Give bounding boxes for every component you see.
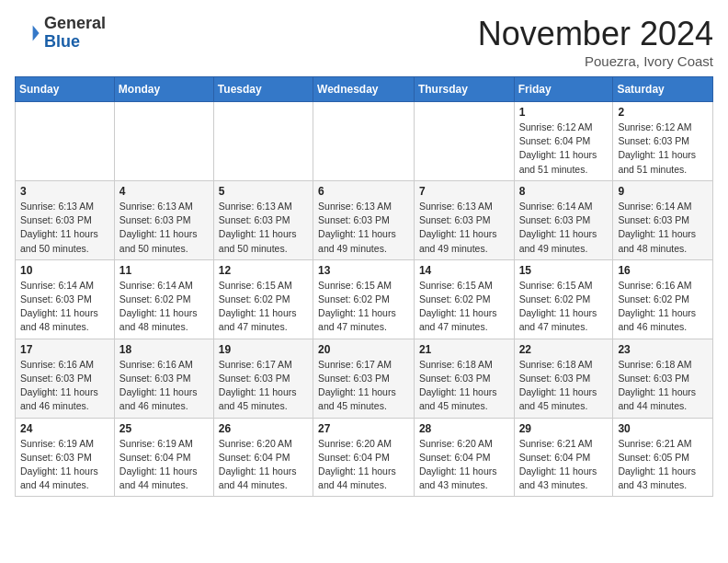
calendar-cell: 14Sunrise: 6:15 AMSunset: 6:02 PMDayligh… <box>414 259 514 339</box>
day-info: Sunrise: 6:16 AMSunset: 6:03 PMDaylight:… <box>119 358 209 414</box>
calendar-cell: 21Sunrise: 6:18 AMSunset: 6:03 PMDayligh… <box>414 339 514 418</box>
day-number: 9 <box>618 185 708 198</box>
day-info: Sunrise: 6:14 AMSunset: 6:03 PMDaylight:… <box>618 200 708 256</box>
calendar-cell: 16Sunrise: 6:16 AMSunset: 6:02 PMDayligh… <box>613 259 713 339</box>
calendar-week-row: 1Sunrise: 6:12 AMSunset: 6:04 PMDaylight… <box>16 102 713 181</box>
header-wednesday: Wednesday <box>313 77 415 102</box>
day-number: 14 <box>419 264 509 277</box>
calendar-cell <box>313 102 415 181</box>
calendar-cell: 1Sunrise: 6:12 AMSunset: 6:04 PMDaylight… <box>514 102 613 181</box>
day-info: Sunrise: 6:14 AMSunset: 6:03 PMDaylight:… <box>20 279 109 335</box>
day-number: 23 <box>618 343 708 356</box>
calendar-cell: 27Sunrise: 6:20 AMSunset: 6:04 PMDayligh… <box>313 418 415 497</box>
day-info: Sunrise: 6:14 AMSunset: 6:03 PMDaylight:… <box>519 200 609 256</box>
day-info: Sunrise: 6:20 AMSunset: 6:04 PMDaylight:… <box>318 437 409 493</box>
calendar-cell: 23Sunrise: 6:18 AMSunset: 6:03 PMDayligh… <box>613 339 713 418</box>
day-info: Sunrise: 6:15 AMSunset: 6:02 PMDaylight:… <box>419 279 509 335</box>
day-number: 29 <box>519 422 609 435</box>
calendar-cell <box>213 102 313 181</box>
calendar-week-row: 3Sunrise: 6:13 AMSunset: 6:03 PMDaylight… <box>16 180 713 259</box>
month-title: November 2024 <box>478 15 713 53</box>
calendar-week-row: 17Sunrise: 6:16 AMSunset: 6:03 PMDayligh… <box>16 339 713 418</box>
header-sunday: Sunday <box>16 77 115 102</box>
day-info: Sunrise: 6:20 AMSunset: 6:04 PMDaylight:… <box>219 437 308 493</box>
calendar-cell: 19Sunrise: 6:17 AMSunset: 6:03 PMDayligh… <box>213 339 313 418</box>
logo-icon <box>15 20 40 46</box>
svg-marker-0 <box>33 25 40 40</box>
day-number: 8 <box>519 185 609 198</box>
day-info: Sunrise: 6:17 AMSunset: 6:03 PMDaylight:… <box>318 358 409 414</box>
day-number: 4 <box>119 185 209 198</box>
day-info: Sunrise: 6:18 AMSunset: 6:03 PMDaylight:… <box>618 358 708 414</box>
day-info: Sunrise: 6:19 AMSunset: 6:04 PMDaylight:… <box>119 437 209 493</box>
calendar-cell: 30Sunrise: 6:21 AMSunset: 6:05 PMDayligh… <box>613 418 713 497</box>
logo: General Blue <box>15 15 106 52</box>
page-header: General Blue November 2024 Pouezra, Ivor… <box>15 15 713 69</box>
calendar-cell: 7Sunrise: 6:13 AMSunset: 6:03 PMDaylight… <box>414 180 514 259</box>
header-saturday: Saturday <box>613 77 713 102</box>
title-block: November 2024 Pouezra, Ivory Coast <box>478 15 713 69</box>
day-number: 19 <box>219 343 308 356</box>
calendar-cell: 6Sunrise: 6:13 AMSunset: 6:03 PMDaylight… <box>313 180 415 259</box>
calendar-cell: 13Sunrise: 6:15 AMSunset: 6:02 PMDayligh… <box>313 259 415 339</box>
logo-text: General Blue <box>44 15 106 52</box>
day-number: 3 <box>20 185 109 198</box>
day-number: 22 <box>519 343 609 356</box>
day-number: 18 <box>119 343 209 356</box>
day-number: 11 <box>119 264 209 277</box>
calendar-cell: 20Sunrise: 6:17 AMSunset: 6:03 PMDayligh… <box>313 339 415 418</box>
calendar-cell: 22Sunrise: 6:18 AMSunset: 6:03 PMDayligh… <box>514 339 613 418</box>
day-number: 15 <box>519 264 609 277</box>
calendar-cell: 3Sunrise: 6:13 AMSunset: 6:03 PMDaylight… <box>16 180 115 259</box>
day-info: Sunrise: 6:12 AMSunset: 6:04 PMDaylight:… <box>519 121 609 177</box>
day-number: 2 <box>618 106 708 119</box>
day-number: 24 <box>20 422 109 435</box>
header-tuesday: Tuesday <box>213 77 313 102</box>
day-number: 25 <box>119 422 209 435</box>
calendar-cell: 9Sunrise: 6:14 AMSunset: 6:03 PMDaylight… <box>613 180 713 259</box>
day-info: Sunrise: 6:12 AMSunset: 6:03 PMDaylight:… <box>618 121 708 177</box>
calendar-cell: 26Sunrise: 6:20 AMSunset: 6:04 PMDayligh… <box>213 418 313 497</box>
day-info: Sunrise: 6:15 AMSunset: 6:02 PMDaylight:… <box>318 279 409 335</box>
day-number: 26 <box>219 422 308 435</box>
day-info: Sunrise: 6:21 AMSunset: 6:04 PMDaylight:… <box>519 437 609 493</box>
day-info: Sunrise: 6:13 AMSunset: 6:03 PMDaylight:… <box>318 200 409 256</box>
header-thursday: Thursday <box>414 77 514 102</box>
day-info: Sunrise: 6:15 AMSunset: 6:02 PMDaylight:… <box>519 279 609 335</box>
day-number: 6 <box>318 185 409 198</box>
calendar-cell: 24Sunrise: 6:19 AMSunset: 6:03 PMDayligh… <box>16 418 115 497</box>
day-number: 30 <box>618 422 708 435</box>
day-number: 5 <box>219 185 308 198</box>
svg-marker-1 <box>35 24 40 29</box>
day-info: Sunrise: 6:15 AMSunset: 6:02 PMDaylight:… <box>219 279 308 335</box>
calendar-cell <box>16 102 115 181</box>
day-number: 27 <box>318 422 409 435</box>
day-info: Sunrise: 6:13 AMSunset: 6:03 PMDaylight:… <box>219 200 308 256</box>
day-info: Sunrise: 6:13 AMSunset: 6:03 PMDaylight:… <box>20 200 109 256</box>
day-number: 17 <box>20 343 109 356</box>
day-number: 16 <box>618 264 708 277</box>
day-number: 28 <box>419 422 509 435</box>
day-info: Sunrise: 6:18 AMSunset: 6:03 PMDaylight:… <box>419 358 509 414</box>
day-number: 10 <box>20 264 109 277</box>
location: Pouezra, Ivory Coast <box>478 53 713 69</box>
day-number: 7 <box>419 185 509 198</box>
day-number: 12 <box>219 264 308 277</box>
calendar-header-row: SundayMondayTuesdayWednesdayThursdayFrid… <box>16 77 713 102</box>
day-number: 21 <box>419 343 509 356</box>
day-info: Sunrise: 6:18 AMSunset: 6:03 PMDaylight:… <box>519 358 609 414</box>
calendar-cell: 29Sunrise: 6:21 AMSunset: 6:04 PMDayligh… <box>514 418 613 497</box>
day-info: Sunrise: 6:21 AMSunset: 6:05 PMDaylight:… <box>618 437 708 493</box>
header-friday: Friday <box>514 77 613 102</box>
calendar-cell: 18Sunrise: 6:16 AMSunset: 6:03 PMDayligh… <box>114 339 213 418</box>
day-info: Sunrise: 6:14 AMSunset: 6:02 PMDaylight:… <box>119 279 209 335</box>
calendar-cell: 10Sunrise: 6:14 AMSunset: 6:03 PMDayligh… <box>16 259 115 339</box>
calendar-cell: 5Sunrise: 6:13 AMSunset: 6:03 PMDaylight… <box>213 180 313 259</box>
header-monday: Monday <box>114 77 213 102</box>
calendar-table: SundayMondayTuesdayWednesdayThursdayFrid… <box>15 76 713 497</box>
day-info: Sunrise: 6:16 AMSunset: 6:03 PMDaylight:… <box>20 358 109 414</box>
day-number: 20 <box>318 343 409 356</box>
day-number: 1 <box>519 106 609 119</box>
day-info: Sunrise: 6:19 AMSunset: 6:03 PMDaylight:… <box>20 437 109 493</box>
calendar-cell: 4Sunrise: 6:13 AMSunset: 6:03 PMDaylight… <box>114 180 213 259</box>
